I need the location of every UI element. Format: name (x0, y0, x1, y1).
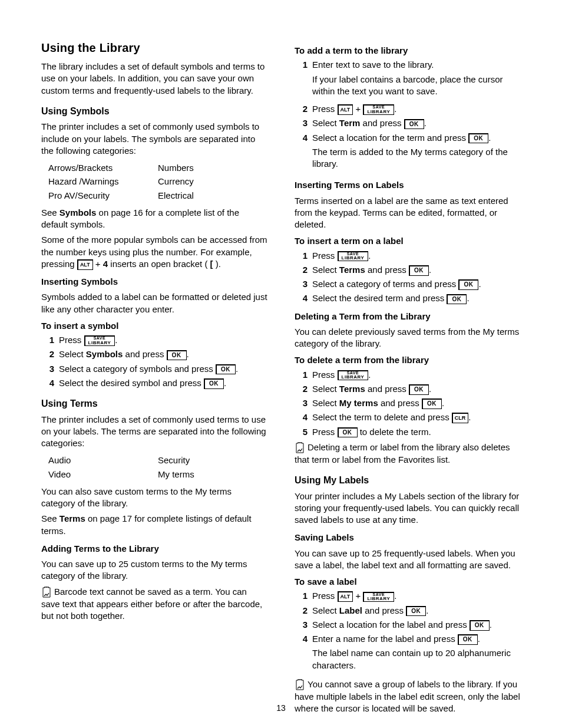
ok-key-icon: OK (338, 427, 358, 438)
custom-terms-paragraph: You can also save custom terms to the My… (41, 486, 267, 510)
ok-key-icon: OK (470, 620, 490, 631)
barcode-note: Barcode text cannot be saved as a term. … (41, 586, 267, 622)
ok-key-icon: OK (422, 398, 442, 409)
step-text: Select the desired symbol and press OK. (59, 377, 267, 389)
category-item: My terms (158, 469, 267, 480)
using-symbols-heading: Using Symbols (41, 105, 267, 118)
step-text: Select the term to delete and press CLR. (312, 411, 521, 423)
saving-labels-paragraph: You can save up to 25 frequently-used la… (295, 548, 521, 572)
to-save-label-heading: To save a label (295, 576, 521, 588)
step-text: Press ALT + SAVELIBRARY. (312, 103, 521, 115)
note-icon (295, 442, 305, 454)
step-text: Select a category of terms and press OK. (312, 278, 521, 290)
insert-symbol-steps: 1 Press SAVELIBRARY. 2 Select Symbols an… (41, 334, 267, 389)
symbol-categories-col2: Numbers Currency Electrical (158, 160, 267, 203)
deleting-term-heading: Deleting a Term from the Library (295, 311, 521, 322)
to-delete-term-heading: To delete a term from the library (295, 354, 521, 366)
step-text: Select My terms and press OK. (312, 397, 521, 409)
category-item: Numbers (158, 162, 267, 174)
saving-labels-heading: Saving Labels (295, 532, 521, 543)
ok-key-icon: OK (216, 364, 236, 375)
note-icon (41, 587, 52, 598)
symbol-categories-col1: Arrows/Brackets Hazard /Warnings Pro AV/… (48, 160, 158, 203)
category-item: Arrows/Brackets (48, 162, 158, 174)
inserting-symbols-paragraph: Symbols added to a label can be formatte… (41, 291, 267, 315)
page-title: Using the Library (41, 40, 267, 56)
term-categories-col1: Audio Video (48, 453, 158, 482)
two-column-layout: Using the Library The library includes a… (41, 40, 521, 718)
step-text: Select Label and press OK. (312, 605, 521, 617)
right-column: To add a term to the library 1 Enter tex… (295, 40, 521, 718)
save-library-key-icon: SAVELIBRARY (84, 335, 115, 345)
inserting-terms-paragraph: Terms inserted on a label are the same a… (295, 195, 521, 231)
alt-key-icon: ALT (77, 259, 93, 270)
step-text: Select a location for the label and pres… (312, 619, 521, 631)
add-term-steps: 1 Enter text to save to the library. If … (295, 59, 521, 173)
alt-key-icon: ALT (338, 104, 353, 115)
insert-term-steps: 1 Press SAVELIBRARY. 2 Select Terms and … (295, 250, 521, 305)
save-library-key-icon: SAVELIBRARY (363, 592, 394, 602)
to-insert-term-heading: To insert a term on a label (295, 235, 521, 247)
inserting-symbols-heading: Inserting Symbols (41, 276, 267, 288)
step-text: Press SAVELIBRARY. (312, 369, 521, 381)
adding-terms-paragraph: You can save up to 25 custom terms to th… (41, 558, 267, 582)
save-label-steps: 1 Press ALT + SAVELIBRARY. 2 Select Labe… (295, 590, 521, 675)
step-text: Select the desired term and press OK. (312, 292, 521, 304)
ok-key-icon: OK (404, 119, 424, 130)
category-item: Video (48, 469, 158, 480)
step-text: Select Term and press OK. (312, 117, 521, 129)
step-text: Press OK to delete the term. (312, 426, 521, 438)
ok-key-icon: OK (409, 265, 429, 276)
step-text: Enter text to save to the library. If yo… (312, 59, 521, 101)
using-symbols-intro: The printer includes a set of commonly u… (41, 121, 267, 157)
step-text: Press SAVELIBRARY. (312, 250, 521, 262)
adding-terms-heading: Adding Terms to the Library (41, 543, 267, 555)
delete-term-steps: 1 Press SAVELIBRARY. 2 Select Terms and … (295, 369, 521, 438)
using-terms-heading: Using Terms (41, 397, 267, 410)
alt-key-icon: ALT (338, 591, 353, 602)
ok-key-icon: OK (468, 133, 488, 144)
to-add-term-heading: To add a term to the library (295, 45, 521, 57)
category-item: Pro AV/Security (48, 190, 158, 202)
step-sub-text: If your label contains a barcode, place … (312, 74, 521, 98)
step-text: Select Terms and press OK. (312, 264, 521, 276)
my-labels-paragraph: Your printer includes a My Labels sectio… (295, 490, 521, 526)
note-icon (295, 679, 305, 691)
term-categories-col2: Security My terms (158, 453, 267, 482)
step-text: Press ALT + SAVELIBRARY. (312, 590, 521, 602)
delete-note: Deleting a term or label from the librar… (295, 442, 521, 466)
step-text: Press SAVELIBRARY. (59, 334, 267, 346)
inserting-terms-heading: Inserting Terms on Labels (295, 179, 521, 191)
popular-symbols-paragraph: Some of the more popular symbols can be … (41, 234, 267, 270)
save-library-key-icon: SAVELIBRARY (338, 370, 369, 380)
save-library-key-icon: SAVELIBRARY (338, 251, 369, 261)
step-text: Select Terms and press OK. (312, 383, 521, 395)
step-text: Enter a name for the label and press OK.… (312, 633, 521, 675)
ok-key-icon: OK (167, 350, 187, 361)
term-categories-table: Audio Video Security My terms (48, 453, 267, 482)
symbol-categories-table: Arrows/Brackets Hazard /Warnings Pro AV/… (48, 160, 267, 203)
intro-paragraph: The library includes a set of default sy… (41, 61, 267, 97)
step-text: Select a location for the term and press… (312, 132, 521, 174)
category-item: Currency (158, 176, 267, 187)
ok-key-icon: OK (406, 606, 426, 617)
page-number: 13 (0, 703, 562, 714)
category-item: Electrical (158, 190, 267, 202)
left-column: Using the Library The library includes a… (41, 40, 267, 718)
deleting-term-paragraph: You can delete previously saved terms fr… (295, 326, 521, 350)
see-terms-paragraph: See Terms on page 17 for complete listin… (41, 513, 267, 537)
ok-key-icon: OK (447, 294, 467, 305)
category-item: Security (158, 454, 267, 466)
clr-key-icon: CLR (452, 413, 469, 423)
category-item: Audio (48, 454, 158, 466)
category-item: Hazard /Warnings (48, 176, 158, 187)
page: Using the Library The library includes a… (0, 0, 562, 728)
save-library-key-icon: SAVELIBRARY (363, 104, 394, 114)
using-terms-intro: The printer includes a set of commonly u… (41, 414, 267, 450)
step-text: Select Symbols and press OK. (59, 348, 267, 360)
ok-key-icon: OK (458, 279, 478, 290)
using-my-labels-heading: Using My Labels (295, 474, 521, 487)
ok-key-icon: OK (409, 384, 429, 395)
step-sub-text: The term is added to the My terms catego… (312, 146, 521, 170)
ok-key-icon: OK (204, 378, 224, 389)
